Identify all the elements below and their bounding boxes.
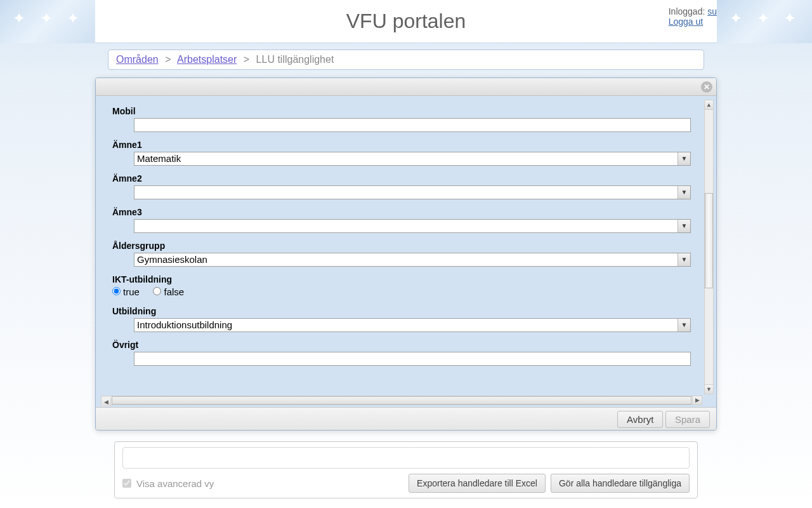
chevron-down-icon: ▼ [678,220,690,232]
modal-footer: Avbryt Spara [96,407,716,430]
edit-modal: ✕ Mobil Ämne1 Matematik ▼ Ämne2 ▼ [95,77,717,431]
ikt-true-radio[interactable] [112,287,121,295]
cancel-button[interactable]: Avbryt [617,411,663,428]
scroll-down-icon[interactable]: ▼ [705,384,713,394]
scroll-right-icon[interactable]: ▶ [692,396,702,404]
make-available-button[interactable]: Gör alla handledare tillgängliga [551,474,690,493]
aldersgrupp-select[interactable]: Gymnasieskolan ▼ [134,253,691,267]
logout-link[interactable]: Logga ut [669,17,704,27]
header-decoration-left [0,0,95,43]
amne1-value: Matematik [134,152,678,165]
ikt-label: IKT-utbildning [112,274,691,284]
utbildning-select[interactable]: Introduktionsutbildning ▼ [134,318,691,332]
breadcrumb-current: LLU tillgänglighet [256,54,334,65]
logged-in-label: Inloggad: [669,6,705,17]
user-link[interactable]: su [707,6,717,17]
scroll-up-icon[interactable]: ▲ [705,100,713,110]
header-user-area: Inloggad: su Logga ut [669,6,717,27]
advanced-view-label: Visa avancerad vy [136,478,214,489]
bottom-panel: Visa avancerad vy Exportera handledare t… [114,441,698,498]
scroll-thumb[interactable] [705,193,713,288]
modal-header: ✕ [96,78,716,96]
mobil-input[interactable] [134,118,691,132]
amne1-select[interactable]: Matematik ▼ [134,152,691,166]
mobil-label: Mobil [112,106,691,116]
breadcrumb-sep: > [165,54,171,65]
utbildning-value: Introduktionsutbildning [134,319,678,331]
close-icon[interactable]: ✕ [701,81,712,93]
chevron-down-icon: ▼ [678,186,690,199]
breadcrumb-link-arbetsplatser[interactable]: Arbetsplatser [177,54,237,65]
breadcrumb-sep: > [244,54,249,65]
breadcrumb: Områden > Arbetsplatser > LLU tillgängli… [108,50,704,70]
amne2-select[interactable]: ▼ [134,185,691,199]
utbildning-label: Utbildning [112,306,691,316]
ovrigt-label: Övrigt [112,340,691,350]
vertical-scrollbar[interactable]: ▲ ▼ [704,100,714,394]
amne1-label: Ämne1 [112,140,691,150]
modal-body: Mobil Ämne1 Matematik ▼ Ämne2 ▼ Ämne3 [101,100,702,394]
aldersgrupp-label: Åldersgrupp [112,241,691,251]
amne3-value [134,220,678,232]
amne3-select[interactable]: ▼ [134,219,691,233]
amne3-label: Ämne3 [112,207,691,217]
bottom-inner-box [122,447,690,469]
header-decoration-right [717,0,812,43]
scroll-left-icon[interactable]: ◀ [102,398,111,406]
chevron-down-icon: ▼ [678,319,690,331]
aldersgrupp-value: Gymnasieskolan [134,253,678,266]
breadcrumb-link-omraden[interactable]: Områden [116,54,159,65]
scroll-thumb[interactable] [112,396,691,404]
chevron-down-icon: ▼ [678,253,690,266]
chevron-down-icon: ▼ [678,152,690,165]
export-excel-button[interactable]: Exportera handledare till Excel [409,474,546,493]
amne2-label: Ämne2 [112,173,691,184]
header: VFU portalen Inloggad: su Logga ut [0,0,812,43]
ovrigt-input[interactable] [134,352,691,366]
horizontal-scrollbar[interactable]: ◀ ▶ [101,396,702,405]
ikt-false-option[interactable]: false [153,286,184,297]
amne2-value [134,186,678,199]
ikt-false-radio[interactable] [153,287,161,295]
ikt-true-option[interactable]: true [112,286,140,297]
advanced-view-checkbox[interactable] [122,479,131,488]
save-button[interactable]: Spara [665,411,710,428]
